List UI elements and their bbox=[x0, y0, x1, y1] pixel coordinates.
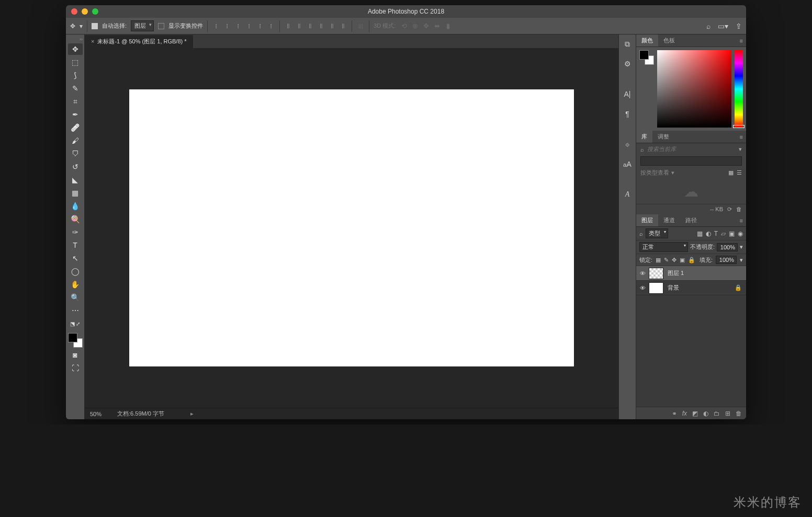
toolbar-expand-icon[interactable]: ›› bbox=[80, 37, 84, 42]
panel-menu-icon[interactable]: ≡ bbox=[740, 217, 746, 224]
delete-layer-icon[interactable]: 🗑 bbox=[736, 410, 742, 417]
adjustment-layer-icon[interactable]: ◐ bbox=[703, 410, 708, 417]
align-top-icon[interactable]: ⫶ bbox=[212, 22, 220, 30]
lock-all-icon[interactable]: 🔒 bbox=[688, 257, 695, 263]
color-tab[interactable]: 颜色 bbox=[636, 35, 658, 47]
align-left-icon[interactable]: ⫶ bbox=[245, 22, 253, 30]
shape-tool[interactable]: ◯ bbox=[68, 266, 83, 277]
eyedropper-tool[interactable]: ✒ bbox=[68, 109, 83, 120]
list-view-icon[interactable]: ☰ bbox=[737, 169, 742, 176]
fullscreen-window-button[interactable] bbox=[92, 8, 98, 15]
document-canvas[interactable] bbox=[129, 89, 574, 366]
filter-type-icon[interactable]: T bbox=[714, 230, 718, 237]
blend-mode-select[interactable]: 正常 bbox=[639, 242, 688, 252]
foreground-color[interactable] bbox=[68, 333, 77, 342]
tool-preset-dropdown[interactable]: ▾ bbox=[80, 22, 83, 30]
brush-tool[interactable]: 🖌 bbox=[68, 135, 83, 146]
layer-fx-icon[interactable]: fx bbox=[682, 410, 687, 417]
history-panel-icon[interactable]: ⧉ bbox=[621, 38, 634, 50]
brushes-panel-icon[interactable]: ⟐ bbox=[621, 138, 634, 151]
layer-filter-select[interactable]: 类型 bbox=[646, 228, 668, 238]
paragraph-panel-icon[interactable]: ¶ bbox=[621, 108, 634, 120]
swatches-tab[interactable]: 色板 bbox=[658, 35, 680, 47]
properties-panel-icon[interactable]: ⚙ bbox=[621, 58, 634, 70]
gradient-tool[interactable]: ▦ bbox=[68, 187, 83, 199]
panel-menu-icon[interactable]: ≡ bbox=[740, 38, 746, 44]
align-right-icon[interactable]: ⫶ bbox=[267, 22, 275, 30]
distribute-vcenter-icon[interactable]: ⫴ bbox=[295, 22, 303, 30]
layer-name[interactable]: 背景 bbox=[668, 284, 679, 292]
filter-shape-icon[interactable]: ▱ bbox=[721, 230, 726, 237]
lasso-tool[interactable]: ⟆ bbox=[68, 70, 83, 81]
sync-icon[interactable]: ⟳ bbox=[727, 206, 732, 213]
distribute-right-icon[interactable]: ⫴ bbox=[339, 22, 347, 30]
quick-mask-tool[interactable]: ◙ bbox=[68, 349, 83, 361]
panel-menu-icon[interactable]: ≡ bbox=[740, 134, 746, 140]
document-tab[interactable]: × 未标题-1 @ 50% (图层 1, RGB/8) * bbox=[85, 35, 193, 48]
group-icon[interactable]: 🗀 bbox=[714, 410, 720, 417]
quick-select-tool[interactable]: ✎ bbox=[68, 83, 83, 94]
styles-panel-icon[interactable]: A bbox=[621, 188, 634, 201]
distribute-left-icon[interactable]: ⫴ bbox=[317, 22, 325, 30]
layer-thumbnail[interactable] bbox=[649, 268, 663, 279]
layer-row[interactable]: 👁背景🔒 bbox=[636, 281, 746, 295]
transform-checkbox[interactable] bbox=[158, 23, 164, 29]
lock-artboard-icon[interactable]: ▣ bbox=[680, 257, 685, 263]
doc-info[interactable]: 文档:6.59M/0 字节 bbox=[117, 410, 164, 418]
layers-tab[interactable]: 图层 bbox=[636, 214, 658, 226]
zoom-tool[interactable]: 🔍 bbox=[68, 292, 83, 303]
dodge-tool[interactable]: 🍭 bbox=[68, 213, 83, 225]
type-tool[interactable]: T bbox=[68, 239, 83, 251]
character-panel-icon[interactable]: A| bbox=[621, 88, 634, 100]
crop-tool[interactable]: ⌗ bbox=[68, 96, 83, 107]
path-select-tool[interactable]: ↖ bbox=[68, 252, 83, 264]
healing-tool[interactable]: 🩹 bbox=[68, 122, 83, 133]
opacity-input[interactable]: 100% bbox=[717, 243, 738, 251]
zoom-level[interactable]: 50% bbox=[90, 411, 102, 417]
link-layers-icon[interactable]: ⚭ bbox=[672, 410, 677, 417]
align-bottom-icon[interactable]: ⫶ bbox=[234, 22, 242, 30]
layer-row[interactable]: 👁图层 1 bbox=[636, 266, 746, 281]
search-icon[interactable]: ⌕ bbox=[706, 22, 710, 30]
pen-tool[interactable]: ✑ bbox=[68, 226, 83, 238]
move-tool[interactable]: ✥ bbox=[68, 43, 83, 55]
adjustments-tab[interactable]: 调整 bbox=[652, 131, 674, 143]
stamp-tool[interactable]: ⛉ bbox=[68, 148, 83, 159]
layer-mask-icon[interactable]: ◩ bbox=[692, 410, 698, 417]
close-window-button[interactable] bbox=[71, 8, 77, 15]
library-view-label[interactable]: 按类型查看 bbox=[640, 169, 669, 177]
edit-toolbar[interactable]: ⋯ bbox=[68, 305, 83, 316]
library-tab[interactable]: 库 bbox=[636, 131, 652, 143]
autoselect-target-select[interactable]: 图层 bbox=[131, 20, 154, 31]
align-vcenter-icon[interactable]: ⫶ bbox=[223, 22, 231, 30]
fill-input[interactable]: 100% bbox=[716, 256, 737, 264]
marquee-tool[interactable]: ⬚ bbox=[68, 56, 83, 68]
paths-tab[interactable]: 路径 bbox=[680, 214, 702, 226]
share-icon[interactable]: ⇪ bbox=[736, 22, 742, 30]
grid-view-icon[interactable]: ▦ bbox=[728, 169, 734, 176]
lock-transparency-icon[interactable]: ▦ bbox=[656, 257, 661, 263]
panel-swatches[interactable] bbox=[639, 50, 654, 65]
color-swatches[interactable] bbox=[68, 333, 83, 348]
eraser-tool[interactable]: ◣ bbox=[68, 174, 83, 186]
layer-name[interactable]: 图层 1 bbox=[668, 269, 684, 277]
autoselect-checkbox[interactable] bbox=[92, 23, 98, 29]
visibility-icon[interactable]: 👁 bbox=[636, 285, 649, 291]
blur-tool[interactable]: 💧 bbox=[68, 200, 83, 212]
color-picker[interactable] bbox=[657, 50, 731, 128]
screen-mode-tool[interactable]: ⛶ bbox=[68, 362, 83, 374]
layer-thumbnail[interactable] bbox=[649, 282, 663, 294]
channels-tab[interactable]: 通道 bbox=[658, 214, 680, 226]
lock-pixels-icon[interactable]: ✎ bbox=[664, 257, 669, 263]
status-menu-icon[interactable]: ▸ bbox=[190, 410, 194, 417]
distribute-bottom-icon[interactable]: ⫴ bbox=[306, 22, 314, 30]
lock-position-icon[interactable]: ✥ bbox=[672, 257, 676, 263]
library-search-input[interactable]: 搜索当前库 bbox=[647, 145, 736, 153]
library-select[interactable] bbox=[640, 156, 742, 166]
minimize-window-button[interactable] bbox=[82, 8, 88, 15]
delete-icon[interactable]: 🗑 bbox=[736, 206, 742, 213]
history-brush-tool[interactable]: ↺ bbox=[68, 161, 83, 173]
filter-toggle[interactable]: ◉ bbox=[738, 230, 743, 237]
hand-tool[interactable]: ✋ bbox=[68, 279, 83, 290]
align-hcenter-icon[interactable]: ⫶ bbox=[256, 22, 264, 30]
